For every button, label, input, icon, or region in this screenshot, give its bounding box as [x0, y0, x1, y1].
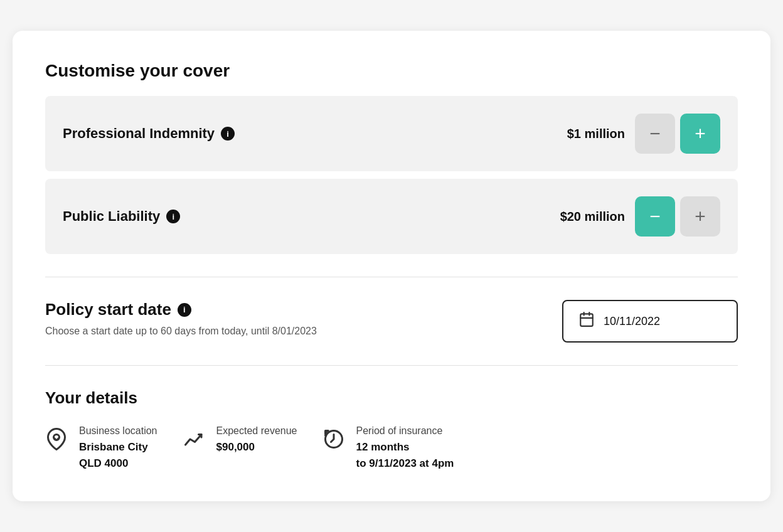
location-value: Brisbane CityQLD 4000	[79, 439, 157, 471]
professional-indemnity-btn-group: − +	[635, 114, 720, 154]
main-card: Customise your cover Professional Indemn…	[13, 31, 770, 501]
policy-start-section: Policy start date i Choose a start date …	[45, 300, 738, 343]
professional-indemnity-plus-button[interactable]: +	[680, 114, 720, 154]
revenue-icon	[183, 428, 205, 455]
page-title: Customise your cover	[45, 61, 738, 81]
period-icon	[322, 428, 345, 455]
period-detail-text: Period of insurance 12 monthsto 9/11/202…	[356, 425, 454, 471]
location-label: Business location	[79, 425, 157, 437]
professional-indemnity-label: Professional Indemnity i	[63, 125, 235, 142]
date-input-wrapper[interactable]: 10/11/2022	[562, 300, 738, 343]
divider-1	[45, 277, 738, 277]
your-details-title: Your details	[45, 388, 738, 408]
period-label: Period of insurance	[356, 425, 454, 437]
public-liability-text: Public Liability	[63, 208, 160, 225]
professional-indemnity-row: Professional Indemnity i $1 million − +	[45, 96, 738, 171]
revenue-label: Expected revenue	[216, 425, 297, 437]
your-details-section: Your details Business location Brisbane …	[45, 388, 738, 471]
policy-start-text: Policy start date i Choose a start date …	[45, 300, 317, 337]
svg-rect-0	[580, 314, 593, 326]
public-liability-btn-group: − +	[635, 196, 720, 237]
calendar-icon	[578, 311, 595, 331]
public-liability-plus-button[interactable]: +	[680, 196, 720, 237]
location-detail-text: Business location Brisbane CityQLD 4000	[79, 425, 157, 471]
revenue-detail-text: Expected revenue $90,000	[216, 425, 297, 455]
location-icon	[45, 428, 68, 455]
period-value: 12 monthsto 9/11/2023 at 4pm	[356, 439, 454, 471]
policy-start-title: Policy start date i	[45, 300, 317, 319]
public-liability-label: Public Liability i	[63, 208, 180, 225]
policy-start-info-icon[interactable]: i	[178, 303, 191, 317]
professional-indemnity-amount: $1 million	[537, 127, 625, 141]
public-liability-amount: $20 million	[537, 210, 625, 224]
divider-2	[45, 365, 738, 366]
public-liability-info-icon[interactable]: i	[166, 210, 180, 223]
cover-rows-container: Professional Indemnity i $1 million − + …	[45, 96, 738, 254]
policy-start-title-text: Policy start date	[45, 300, 171, 319]
revenue-value: $90,000	[216, 439, 297, 455]
professional-indemnity-right: $1 million − +	[537, 114, 720, 154]
public-liability-row: Public Liability i $20 million − +	[45, 179, 738, 254]
detail-item-period: Period of insurance 12 monthsto 9/11/202…	[322, 425, 454, 471]
professional-indemnity-minus-button[interactable]: −	[635, 114, 675, 154]
public-liability-minus-button[interactable]: −	[635, 196, 675, 237]
detail-item-location: Business location Brisbane CityQLD 4000	[45, 425, 157, 471]
details-grid: Business location Brisbane CityQLD 4000 …	[45, 425, 738, 471]
professional-indemnity-text: Professional Indemnity	[63, 125, 215, 142]
policy-start-subtitle: Choose a start date up to 60 days from t…	[45, 326, 317, 337]
date-value: 10/11/2022	[604, 315, 660, 328]
public-liability-right: $20 million − +	[537, 196, 720, 237]
professional-indemnity-info-icon[interactable]: i	[221, 127, 235, 141]
detail-item-revenue: Expected revenue $90,000	[183, 425, 297, 455]
